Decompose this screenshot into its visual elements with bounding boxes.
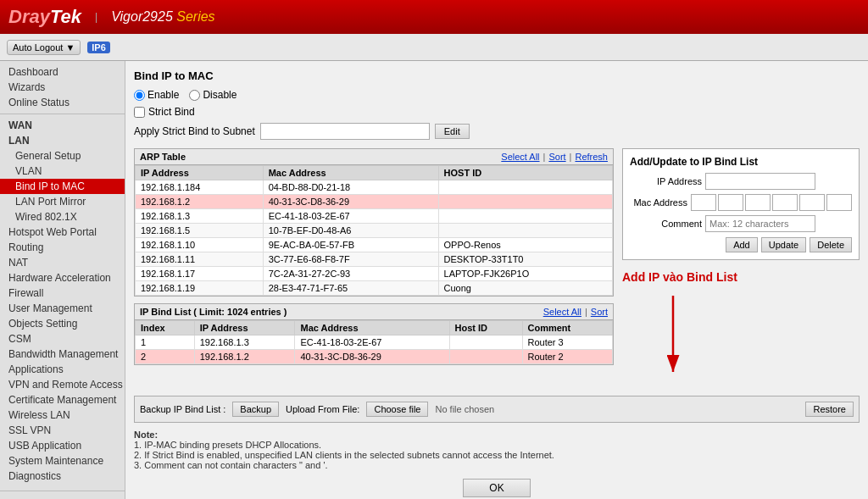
table-row[interactable]: 1 192.168.1.3 EC-41-18-03-2E-67 Router 3: [136, 335, 613, 350]
sidebar-item-wireless-lan[interactable]: Wireless LAN: [0, 408, 125, 423]
sidebar-item-sys-maint[interactable]: System Maintenance: [0, 453, 125, 469]
arp-ip-4: 192.168.1.10: [136, 238, 264, 252]
sidebar-item-lan-port-mirror[interactable]: LAN Port Mirror: [0, 194, 125, 209]
disable-radio-input[interactable]: [189, 90, 200, 101]
choose-file-button[interactable]: Choose file: [366, 402, 428, 417]
sidebar-item-dashboard[interactable]: Dashboard: [0, 64, 125, 80]
sidebar-item-user-mgmt[interactable]: User Management: [0, 301, 125, 316]
ok-button[interactable]: OK: [463, 479, 530, 497]
bind-sort-link[interactable]: Sort: [591, 307, 608, 317]
table-row[interactable]: 192.168.1.10 9E-AC-BA-0E-57-FB OPPO-Reno…: [136, 238, 613, 252]
sidebar-item-bw-mgmt[interactable]: Bandwidth Management: [0, 347, 125, 362]
arp-refresh-link[interactable]: Refresh: [575, 152, 608, 162]
sidebar-item-wizards[interactable]: Wizards: [0, 80, 125, 95]
bind-col-comment: Comment: [522, 321, 612, 335]
strict-bind-label: Strict Bind: [148, 106, 195, 118]
mac-octet-2[interactable]: [718, 194, 743, 211]
no-file-text: No file chosen: [435, 404, 494, 414]
sidebar-item-lan[interactable]: LAN: [0, 133, 125, 148]
table-row[interactable]: 192.168.1.184 04-BD-88-D0-21-18: [136, 180, 613, 195]
arp-host-2: [438, 209, 612, 224]
sidebar-item-diagnostics[interactable]: Diagnostics: [0, 469, 125, 484]
sidebar-item-wired-8021x[interactable]: Wired 802.1X: [0, 209, 125, 225]
arp-mac-7: 28-E3-47-71-F7-65: [263, 281, 438, 296]
table-row[interactable]: 192.168.1.19 28-E3-47-71-F7-65 Cuong: [136, 281, 613, 296]
sidebar-item-hw-accel[interactable]: Hardware Acceleration: [0, 270, 125, 286]
mac-octet-4[interactable]: [772, 194, 798, 211]
arp-ip-3: 192.168.1.5: [136, 224, 264, 238]
auto-logout-button[interactable]: Auto Logout ▼: [7, 40, 81, 55]
sidebar-item-ssl-vpn[interactable]: SSL VPN: [0, 423, 125, 438]
table-row[interactable]: 192.168.1.2 40-31-3C-D8-36-29: [136, 195, 613, 209]
sidebar-item-vlan[interactable]: VLAN: [0, 164, 125, 179]
bind-ip-0: 192.168.1.3: [194, 335, 295, 350]
comment-input[interactable]: [705, 215, 815, 232]
mac-octet-1[interactable]: [691, 194, 716, 211]
ip-address-input[interactable]: [705, 173, 815, 190]
subnet-input[interactable]: [260, 123, 430, 140]
enable-radio-input[interactable]: [134, 90, 145, 101]
header: DrayTek | Vigor2925 Series: [0, 0, 868, 34]
annotation-arrow: [622, 287, 724, 389]
comment-label: Comment: [630, 219, 702, 229]
sidebar-item-general-setup[interactable]: General Setup: [0, 148, 125, 164]
add-section-title: Add/Update to IP Bind List: [630, 156, 852, 168]
sidebar-item-csm[interactable]: CSM: [0, 331, 125, 347]
backup-button[interactable]: Backup: [232, 402, 279, 417]
sidebar-item-vpn-remote[interactable]: VPN and Remote Access: [0, 377, 125, 392]
sidebar-item-nat[interactable]: NAT: [0, 255, 125, 270]
series-label: Series: [176, 9, 214, 24]
enable-disable-row: Enable Disable: [134, 89, 860, 101]
mac-octet-6[interactable]: [826, 194, 852, 211]
table-row[interactable]: 192.168.1.17 7C-2A-31-27-2C-93 LAPTOP-FJ…: [136, 267, 613, 281]
arp-sort-link[interactable]: Sort: [548, 152, 565, 162]
edit-button[interactable]: Edit: [435, 124, 470, 139]
arp-select-all-link[interactable]: Select All: [501, 152, 539, 162]
arp-host-7: Cuong: [438, 281, 612, 296]
bind-select-all-link[interactable]: Select All: [543, 307, 581, 317]
main-content: Bind IP to MAC Enable Disable Strict Bin…: [125, 61, 868, 499]
mac-address-label: Mac Address: [630, 197, 687, 208]
table-row[interactable]: 192.168.1.3 EC-41-18-03-2E-67: [136, 209, 613, 224]
table-row[interactable]: 192.168.1.11 3C-77-E6-68-F8-7F DESKTOP-3…: [136, 252, 613, 267]
bind-index-1: 2: [136, 350, 195, 364]
note-1: 1. IP-MAC binding presets DHCP Allocatio…: [134, 440, 860, 450]
bind-list-links: Select All | Sort: [543, 307, 608, 317]
enable-radio[interactable]: Enable: [134, 89, 179, 101]
arp-mac-0: 04-BD-88-D0-21-18: [263, 180, 438, 195]
sidebar-item-wan[interactable]: WAN: [0, 118, 125, 133]
sidebar-item-cert-mgmt[interactable]: Certificate Management: [0, 392, 125, 408]
sidebar-item-applications[interactable]: Applications: [0, 362, 125, 377]
bind-list-table: Index IP Address Mac Address Host ID Com…: [135, 320, 613, 364]
disable-radio[interactable]: Disable: [189, 89, 236, 101]
arp-ip-0: 192.168.1.184: [136, 180, 264, 195]
sidebar-item-usb-app[interactable]: USB Application: [0, 438, 125, 453]
left-column: ARP Table Select All | Sort | Refresh: [134, 148, 614, 389]
arp-mac-4: 9E-AC-BA-0E-57-FB: [263, 238, 438, 252]
sidebar-item-firewall[interactable]: Firewall: [0, 286, 125, 301]
arp-ip-6: 192.168.1.17: [136, 267, 264, 281]
arp-col-host: HOST ID: [438, 166, 612, 180]
arp-table-links: Select All | Sort | Refresh: [501, 152, 608, 162]
bind-host-1: [449, 350, 522, 364]
sidebar-item-online-status[interactable]: Online Status: [0, 95, 125, 110]
strict-bind-checkbox[interactable]: [134, 107, 145, 118]
sidebar-item-bind-ip-to-mac[interactable]: Bind IP to MAC: [0, 179, 125, 194]
table-row[interactable]: 192.168.1.5 10-7B-EF-D0-48-A6: [136, 224, 613, 238]
restore-button[interactable]: Restore: [805, 402, 854, 417]
arp-col-mac: Mac Address: [263, 166, 438, 180]
update-button[interactable]: Update: [761, 237, 806, 252]
ip-address-label: IP Address: [630, 176, 702, 186]
add-button[interactable]: Add: [726, 237, 758, 252]
table-row[interactable]: 2 192.168.1.2 40-31-3C-D8-36-29 Router 2: [136, 350, 613, 364]
bind-host-0: [449, 335, 522, 350]
sidebar-item-objects[interactable]: Objects Setting: [0, 316, 125, 331]
sidebar-item-hotspot[interactable]: Hotspot Web Portal: [0, 225, 125, 240]
mac-octet-5[interactable]: [799, 194, 825, 211]
comment-row: Comment: [630, 215, 852, 232]
sidebar-item-routing[interactable]: Routing: [0, 240, 125, 255]
delete-button[interactable]: Delete: [810, 237, 852, 252]
arp-table-header: ARP Table Select All | Sort | Refresh: [135, 149, 613, 165]
arp-host-3: [438, 224, 612, 238]
mac-octet-3[interactable]: [745, 194, 771, 211]
